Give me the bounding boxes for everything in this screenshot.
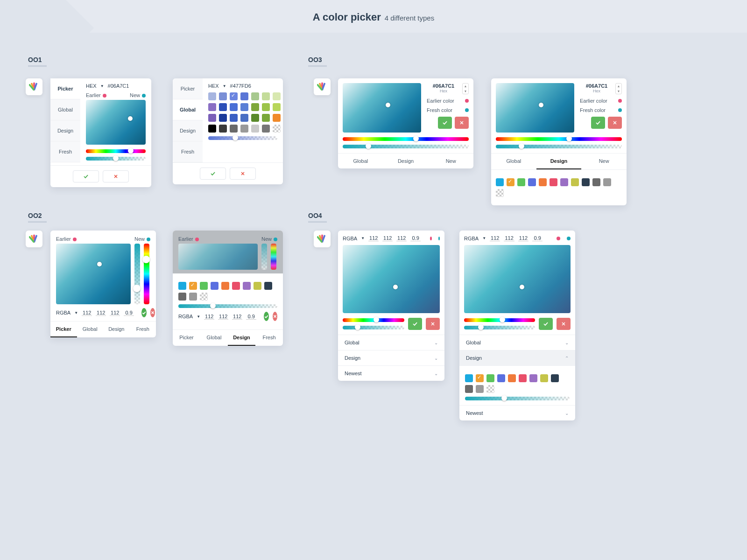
stepper[interactable]: ▲▼ xyxy=(462,83,469,94)
confirm-button[interactable] xyxy=(73,170,99,182)
alpha-slider-vertical[interactable] xyxy=(134,244,140,304)
rgba-r[interactable]: 112 xyxy=(204,314,214,320)
hue-slider[interactable] xyxy=(343,318,404,322)
format-label[interactable]: RGBA xyxy=(178,314,193,319)
swatch[interactable] xyxy=(539,178,547,186)
hue-slider-vertical[interactable] xyxy=(271,244,276,270)
hex-value[interactable]: #06A7C1 xyxy=(108,83,129,89)
swatch[interactable] xyxy=(476,374,484,382)
color-fan-icon[interactable] xyxy=(26,78,42,95)
swatch[interactable] xyxy=(592,178,600,186)
swatch[interactable] xyxy=(208,103,216,111)
swatch[interactable] xyxy=(528,178,536,186)
saturation-field[interactable] xyxy=(178,244,258,270)
swatch[interactable] xyxy=(550,178,557,186)
confirm-button[interactable] xyxy=(200,168,226,180)
alpha-slider[interactable] xyxy=(464,326,535,329)
tab-design[interactable]: Design xyxy=(383,154,429,168)
chevron-down-icon[interactable]: ▼ xyxy=(361,236,365,240)
swatch[interactable] xyxy=(517,178,525,186)
chevron-down-icon[interactable]: ▼ xyxy=(100,84,104,88)
swatch[interactable] xyxy=(230,103,238,111)
swatch[interactable] xyxy=(240,114,248,122)
confirm-button[interactable] xyxy=(591,117,605,129)
swatch[interactable] xyxy=(221,282,229,290)
swatch-transparent[interactable] xyxy=(486,385,494,393)
hue-slider[interactable] xyxy=(86,149,146,153)
hex-value[interactable]: #06A7C1 xyxy=(427,83,460,89)
format-label[interactable]: HEX xyxy=(208,83,219,89)
rgba-r[interactable]: 112 xyxy=(368,235,379,241)
chevron-down-icon[interactable]: ▼ xyxy=(223,84,226,88)
swatch[interactable] xyxy=(251,125,259,133)
alpha-slider[interactable] xyxy=(86,157,146,161)
saturation-field[interactable] xyxy=(56,244,131,304)
alpha-slider[interactable] xyxy=(178,304,277,308)
tab-design[interactable]: Design xyxy=(50,120,80,141)
rgba-r[interactable]: 112 xyxy=(82,310,92,316)
tab-design[interactable]: Design xyxy=(536,154,582,169)
swatch[interactable] xyxy=(178,293,186,301)
swatch[interactable] xyxy=(232,282,240,290)
tab-new[interactable]: New xyxy=(428,154,473,168)
swatch[interactable] xyxy=(264,282,272,290)
rgba-g[interactable]: 112 xyxy=(504,235,514,241)
hue-slider-vertical[interactable] xyxy=(144,244,149,304)
tab-design[interactable]: Design xyxy=(103,322,130,337)
swatch[interactable] xyxy=(219,125,227,133)
rgba-g[interactable]: 112 xyxy=(382,235,393,241)
chevron-down-icon[interactable]: ▼ xyxy=(482,236,486,240)
swatch-transparent[interactable] xyxy=(200,293,208,301)
color-fan-icon[interactable] xyxy=(314,231,331,247)
saturation-field[interactable] xyxy=(464,245,571,313)
rgba-b[interactable]: 112 xyxy=(518,235,529,241)
alpha-slider-vertical[interactable] xyxy=(261,244,267,270)
swatch[interactable] xyxy=(178,282,186,290)
swatch[interactable] xyxy=(262,114,270,122)
swatch[interactable] xyxy=(476,385,484,393)
confirm-button[interactable] xyxy=(539,318,553,330)
tab-fresh[interactable]: Fresh xyxy=(130,322,156,337)
swatch[interactable] xyxy=(254,282,261,290)
rgba-a[interactable]: 0.9 xyxy=(410,235,421,241)
swatch[interactable] xyxy=(560,178,568,186)
swatch[interactable] xyxy=(519,374,527,382)
accordion-global[interactable]: Global⌄ xyxy=(338,335,444,350)
rgba-g[interactable]: 112 xyxy=(218,314,228,320)
hue-slider[interactable] xyxy=(496,137,622,141)
rgba-b[interactable]: 112 xyxy=(110,310,120,316)
stepper[interactable]: ▲▼ xyxy=(615,83,622,94)
swatch[interactable] xyxy=(251,103,259,111)
format-label[interactable]: RGBA xyxy=(56,310,70,315)
rgba-b[interactable]: 112 xyxy=(396,235,407,241)
confirm-button[interactable] xyxy=(408,318,422,330)
swatch-transparent[interactable] xyxy=(496,189,504,197)
rgba-g[interactable]: 112 xyxy=(96,310,106,316)
swatch[interactable] xyxy=(251,92,259,100)
hue-slider[interactable] xyxy=(343,137,469,141)
swatch[interactable] xyxy=(230,125,238,133)
swatch[interactable] xyxy=(219,103,227,111)
format-label[interactable]: RGBA xyxy=(464,236,479,241)
swatch[interactable] xyxy=(508,374,516,382)
swatch[interactable] xyxy=(200,282,208,290)
alpha-slider[interactable] xyxy=(343,326,404,329)
swatch[interactable] xyxy=(551,374,559,382)
swatch[interactable] xyxy=(486,374,494,382)
cancel-button[interactable] xyxy=(150,308,155,317)
cancel-button[interactable] xyxy=(608,117,622,129)
cancel-button[interactable] xyxy=(426,318,440,330)
swatch[interactable] xyxy=(496,178,504,186)
color-fan-icon[interactable] xyxy=(314,78,331,95)
swatch[interactable] xyxy=(262,125,270,133)
tab-global[interactable]: Global xyxy=(50,99,80,120)
accordion-design[interactable]: Design⌄ xyxy=(338,350,444,365)
rgba-a[interactable]: 0.9 xyxy=(124,310,134,316)
tab-global[interactable]: Global xyxy=(173,99,203,120)
swatch[interactable] xyxy=(507,178,514,186)
rgba-a[interactable]: 0.9 xyxy=(532,235,543,241)
tab-new[interactable]: New xyxy=(581,154,627,169)
cancel-button[interactable] xyxy=(230,168,256,180)
accordion-design[interactable]: Design⌃ xyxy=(459,350,575,365)
cancel-button[interactable] xyxy=(455,117,469,129)
